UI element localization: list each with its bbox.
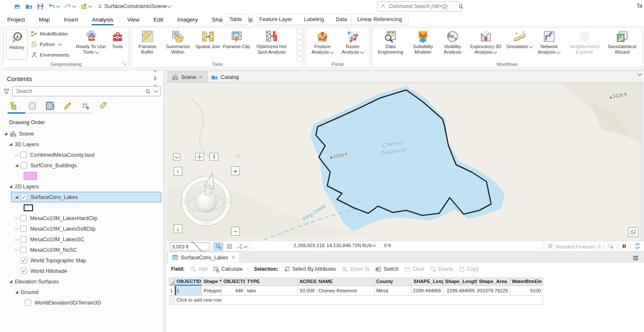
layer-checkbox[interactable] bbox=[20, 247, 27, 253]
contents-tab-edit[interactable] bbox=[61, 100, 74, 112]
data-engineering-button[interactable]: Data Engineering bbox=[374, 28, 407, 55]
layer-checkbox[interactable] bbox=[25, 299, 31, 306]
navigator-compass[interactable] bbox=[177, 170, 236, 233]
scale-select[interactable]: 5,023 ft bbox=[170, 242, 209, 250]
table-cell[interactable]: lake bbox=[245, 286, 298, 296]
contents-tab-snapping[interactable] bbox=[79, 100, 92, 112]
delete-button[interactable]: Delete bbox=[430, 266, 453, 272]
select-by-attributes-button[interactable]: Select By Attributes bbox=[284, 266, 336, 272]
column-header[interactable]: Shape * bbox=[202, 277, 222, 286]
simulation-button[interactable]: Simulation bbox=[505, 28, 533, 49]
contents-tab-selection[interactable] bbox=[43, 100, 57, 112]
layer-item-3d-layers[interactable]: 3D Layers bbox=[0, 139, 163, 150]
undo-button[interactable] bbox=[47, 1, 61, 11]
customize-toolbar-button[interactable] bbox=[95, 1, 105, 11]
overview-map-button[interactable] bbox=[628, 227, 639, 237]
open-project-button[interactable] bbox=[24, 1, 34, 11]
chevron-down-icon[interactable] bbox=[154, 89, 158, 93]
layer-item-ground[interactable]: Ground bbox=[0, 287, 163, 297]
add-button[interactable]: Add bbox=[190, 266, 207, 272]
contextual-tab-table[interactable]: Table bbox=[229, 16, 242, 22]
layer-item-surfacecons-lakes[interactable]: ✓SurfaceCons_Lakes bbox=[0, 192, 163, 202]
ribbon-tab-edit[interactable]: Edit bbox=[153, 15, 163, 25]
column-header[interactable]: OBJECTID bbox=[222, 277, 245, 286]
command-search[interactable] bbox=[377, 1, 462, 11]
pan-button[interactable] bbox=[195, 153, 204, 161]
expander-expanded-icon[interactable] bbox=[15, 196, 18, 199]
exploratory-3d-analysis-button[interactable]: Exploratory 3D Analysis bbox=[466, 28, 505, 55]
neighborhood-explorer-button[interactable]: Neighborhood Explorer bbox=[565, 28, 604, 55]
select-tool-button[interactable] bbox=[608, 243, 614, 250]
add-new-row-text[interactable]: Click to add new row. bbox=[175, 296, 543, 305]
layer-item-mesaco10m-lakessoftclip[interactable]: ▷MesaCo10M_LakesSoftClip bbox=[0, 223, 163, 234]
layer-checkbox[interactable] bbox=[21, 162, 27, 169]
table-cell[interactable]: Mesa bbox=[375, 286, 412, 296]
suitability-modeler-button[interactable]: Suitability Modeler bbox=[407, 28, 439, 55]
column-header[interactable]: WaterBtmEle bbox=[510, 277, 543, 286]
table-cell[interactable]: 446 bbox=[222, 286, 245, 296]
table-cell[interactable]: Cheney Reservoir bbox=[317, 286, 375, 296]
layer-checkbox[interactable] bbox=[20, 236, 27, 242]
layer-checkbox[interactable]: ✓ bbox=[21, 194, 27, 200]
table-cell[interactable]: Polygon bbox=[202, 286, 222, 296]
summarize-within-button[interactable]: Summarize Within bbox=[162, 28, 194, 55]
column-header[interactable]: TYPE bbox=[245, 277, 298, 286]
search-box[interactable] bbox=[12, 86, 161, 96]
layer-item-elevation-surfaces[interactable]: Elevation Surfaces bbox=[0, 276, 163, 287]
expander-expanded-icon[interactable] bbox=[9, 280, 12, 283]
expander-expanded-icon[interactable] bbox=[9, 143, 12, 146]
lakes-symbol-swatch[interactable] bbox=[24, 204, 33, 211]
geostatistical-wizard-button[interactable]: Geostatistical Wizard bbox=[604, 28, 640, 55]
contextual-tab-labeling[interactable]: Labeling bbox=[304, 16, 324, 22]
zoom-to-button[interactable]: Zoom To bbox=[342, 266, 370, 272]
ready-to-use-tools-button[interactable]: Ready To Use Tools bbox=[76, 28, 106, 55]
history-button[interactable]: History bbox=[6, 29, 28, 60]
modelbuilder-button[interactable]: ModelBuilder bbox=[31, 28, 69, 39]
optimized-hot-spot-analysis-button[interactable]: Optimized Hot Spot Analysis bbox=[251, 28, 292, 55]
expander-expanded-icon[interactable] bbox=[4, 132, 7, 135]
spatial-join-button[interactable]: Spatial Join bbox=[194, 28, 222, 49]
pause-drawing-button[interactable] bbox=[621, 243, 627, 250]
column-header[interactable]: ACRES bbox=[298, 277, 317, 286]
expander-collapsed-icon[interactable]: ▷ bbox=[15, 227, 18, 231]
column-header[interactable]: County bbox=[375, 277, 412, 286]
table-cell[interactable]: 202378.76225 bbox=[477, 286, 510, 296]
python-button[interactable]: Python bbox=[31, 39, 69, 49]
new-project-button[interactable] bbox=[13, 1, 22, 11]
table-cell[interactable]: 50.009 bbox=[298, 286, 317, 296]
network-analysis-button[interactable]: Network Analysis bbox=[533, 28, 565, 55]
contents-tab-data-source[interactable] bbox=[25, 100, 39, 112]
gallery-scroll-down-button[interactable] bbox=[296, 40, 302, 50]
layer-item-mesaco10m-nosc[interactable]: ▷MesaCo10M_NoSC bbox=[0, 245, 163, 255]
table-cell[interactable]: 5100 bbox=[510, 286, 543, 296]
expander-collapsed-icon[interactable]: ▷ bbox=[15, 216, 18, 220]
contextual-tab-data[interactable]: Data bbox=[336, 16, 347, 22]
column-header[interactable]: Shape_Length bbox=[443, 277, 477, 286]
table-tab[interactable]: SurfaceCons_Lakes bbox=[168, 252, 240, 263]
column-header[interactable]: OBJECTID * bbox=[175, 277, 202, 286]
column-header[interactable]: NAME bbox=[317, 277, 375, 286]
column-header[interactable]: SHAPE_Leng bbox=[412, 277, 443, 286]
search-icon[interactable] bbox=[145, 89, 151, 94]
coordinates-value[interactable]: 2,399,929.21E 14,130,846.72N ftUS bbox=[293, 243, 372, 248]
tools-button[interactable]: Tools bbox=[108, 28, 127, 49]
view-tab-catalog[interactable]: Catalog bbox=[207, 72, 242, 82]
layer-item-world-topographic-map[interactable]: ✓World Topographic Map bbox=[0, 255, 163, 266]
ribbon-tab-imagery[interactable]: Imagery bbox=[177, 15, 198, 25]
gallery-expand-button[interactable] bbox=[296, 51, 302, 61]
layer-item-2d-layers[interactable]: 2D Layers bbox=[0, 181, 163, 192]
expander-collapsed-icon[interactable]: ▷ bbox=[15, 237, 18, 242]
select-all-cell[interactable] bbox=[168, 277, 175, 286]
map-scrollbar[interactable] bbox=[641, 83, 644, 241]
column-header[interactable]: Shape_Area bbox=[477, 277, 510, 286]
scene-viewport[interactable]: Cheney Reservoir King Creek 5208 ft 5326… bbox=[167, 83, 644, 241]
project-title[interactable]: SurfaceConstraintsScene bbox=[104, 3, 171, 9]
search-input[interactable] bbox=[15, 88, 143, 95]
diagram-button[interactable] bbox=[236, 242, 248, 250]
buildings-symbol-swatch[interactable] bbox=[24, 172, 37, 180]
add-data-button[interactable] bbox=[79, 1, 93, 11]
close-icon[interactable] bbox=[198, 75, 203, 79]
layer-item-scene[interactable]: Scene bbox=[0, 128, 163, 139]
clear-button[interactable]: Clear bbox=[404, 266, 425, 272]
search-icon[interactable] bbox=[458, 4, 464, 9]
